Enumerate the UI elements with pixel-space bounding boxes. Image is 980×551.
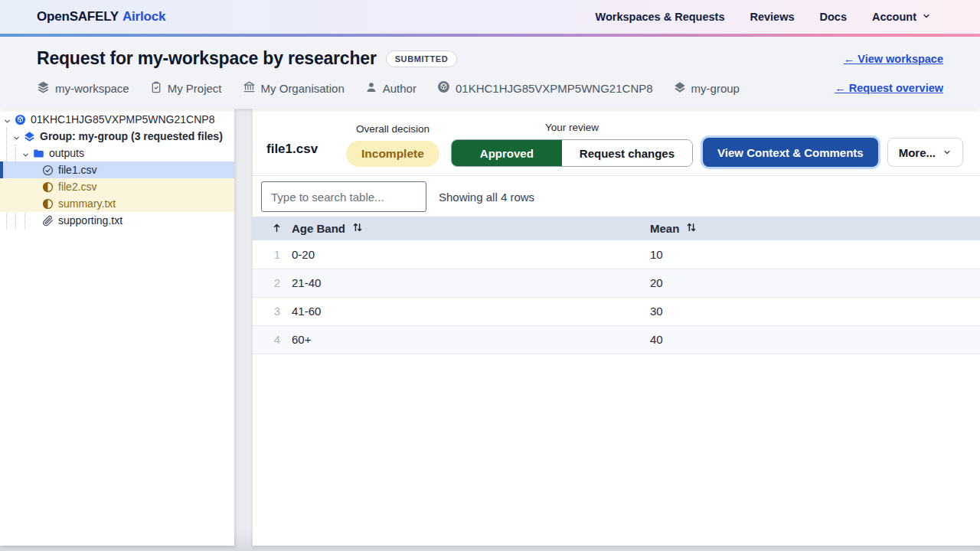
chevron-down-icon[interactable] (3, 116, 11, 124)
age-band-column-header[interactable]: Age Band (292, 217, 650, 240)
page-title: Request for my-workspace by researcher (37, 48, 377, 69)
nav-reviews[interactable]: Reviews (750, 11, 794, 23)
tree-node-label: supporting.txt (58, 214, 122, 227)
tree-file-file2-csv[interactable]: file2.csv (0, 178, 234, 195)
tree-node-outputs-folder[interactable]: outputs (0, 145, 234, 161)
request-changes-button[interactable]: Request changes (562, 140, 692, 166)
meta-organisation: My Organisation (243, 80, 345, 96)
content-area: 01KHC1HJG85VXPMP5WNG21CNP8 Group: my-gro… (0, 109, 980, 546)
table-row: 3 41-60 30 (253, 297, 980, 325)
tree-node-label: 01KHC1HJG85VXPMP5WNG21CNP8 (31, 113, 214, 126)
file-header: file1.csv Overall decision Incomplete Yo… (253, 109, 980, 176)
request-header: Request for my-workspace by researcher S… (0, 37, 980, 109)
age-band-header-label: Age Band (292, 222, 345, 235)
mean-cell: 40 (650, 325, 980, 354)
table-row: 2 21-40 20 (253, 269, 980, 297)
pending-review-icon (42, 198, 54, 210)
your-review-block: Your review Approved Request changes (451, 122, 693, 167)
row-index: 3 (253, 297, 292, 325)
mean-cell: 10 (650, 240, 980, 269)
mean-header-label: Mean (650, 222, 679, 235)
mean-cell: 30 (650, 297, 980, 325)
row-index: 2 (253, 269, 292, 297)
tree-node-label: outputs (49, 147, 84, 159)
approved-check-icon (42, 165, 54, 176)
nav-links: Workspaces & Requests Reviews Docs Accou… (596, 11, 931, 23)
meta-workspace: my-workspace (37, 80, 129, 96)
search-input[interactable] (261, 181, 426, 212)
meta-author: Author (365, 81, 416, 96)
sort-toggle-icon[interactable] (686, 222, 697, 235)
row-index: 1 (253, 240, 292, 269)
mean-column-header[interactable]: Mean (650, 217, 980, 240)
meta-group: my-group (674, 81, 740, 96)
folder-icon (33, 148, 44, 159)
age-band-cell: 21-40 (292, 269, 650, 297)
package-icon (437, 80, 450, 96)
index-column-header[interactable] (253, 217, 292, 240)
meta-group-label: my-group (691, 82, 740, 95)
sort-toggle-icon[interactable] (352, 222, 363, 235)
file-title: file1.csv (266, 142, 318, 157)
more-menu-label: More... (899, 146, 936, 159)
tree-node-request-id[interactable]: 01KHC1HJG85VXPMP5WNG21CNP8 (0, 111, 234, 128)
title-row: Request for my-workspace by researcher S… (37, 48, 943, 69)
top-navbar: OpenSAFELYAirlock Workspaces & Requests … (0, 0, 980, 34)
request-overview-link[interactable]: ← Request overview (835, 82, 943, 94)
file-tree-sidebar: 01KHC1HJG85VXPMP5WNG21CNP8 Group: my-gro… (0, 109, 234, 546)
age-band-cell: 0-20 (292, 240, 650, 269)
logo-airlock: Airlock (122, 9, 165, 24)
meta-request-id: 01KHC1HJG85VXPMP5WNG21CNP8 (437, 80, 653, 96)
nav-account-menu[interactable]: Account (872, 11, 931, 23)
approved-button[interactable]: Approved (452, 140, 562, 166)
view-context-comments-button[interactable]: View Context & Comments (703, 138, 878, 167)
package-icon (15, 114, 26, 126)
table-search-row: Showing all 4 rows (253, 176, 980, 217)
tree-node-label: summary.txt (58, 197, 116, 210)
table-header-row: Age Band Mean (253, 217, 980, 240)
age-band-cell: 41-60 (292, 297, 650, 325)
tree-node-label: Group: my-group (3 requested files) (40, 130, 223, 142)
mean-cell: 20 (650, 269, 980, 297)
view-workspace-link[interactable]: ← View workspace (844, 53, 943, 65)
more-menu-button[interactable]: More... (887, 138, 963, 167)
group-layers-icon (24, 131, 35, 142)
nav-docs[interactable]: Docs (820, 11, 847, 23)
review-segmented-control: Approved Request changes (451, 139, 693, 167)
rows-summary: Showing all 4 rows (439, 191, 534, 204)
chevron-down-icon[interactable] (12, 132, 21, 141)
organisation-icon (243, 80, 256, 96)
table-row: 4 60+ 40 (253, 325, 980, 354)
app-logo[interactable]: OpenSAFELYAirlock (37, 9, 165, 24)
tree-node-label: file1.csv (58, 164, 97, 176)
age-band-cell: 60+ (292, 325, 650, 354)
tree-file-file1-csv[interactable]: file1.csv (0, 161, 234, 178)
status-badge: SUBMITTED (386, 51, 458, 67)
meta-author-label: Author (383, 82, 416, 95)
overall-decision-block: Overall decision Incomplete (346, 123, 439, 167)
tree-node-label: file2.csv (58, 181, 97, 193)
chevron-down-icon[interactable] (21, 149, 30, 158)
file-detail-panel: file1.csv Overall decision Incomplete Yo… (253, 109, 980, 546)
overall-decision-label: Overall decision (346, 123, 439, 135)
logo-opensafely: OpenSAFELY (37, 9, 119, 24)
chevron-down-icon (922, 11, 931, 23)
meta-organisation-label: My Organisation (261, 82, 345, 95)
tree-file-summary-txt[interactable]: summary.txt (0, 195, 234, 212)
data-table: Age Band Mean 1 0-20 10 2 21-40 20 (253, 217, 980, 354)
tree-file-supporting-txt[interactable]: supporting.txt (0, 212, 234, 229)
overall-decision-badge: Incomplete (346, 141, 439, 167)
meta-project-label: My Project (168, 82, 222, 95)
row-index: 4 (253, 325, 292, 354)
tree-node-group[interactable]: Group: my-group (3 requested files) (0, 128, 234, 145)
sort-ascending-icon[interactable] (272, 222, 282, 235)
chevron-down-icon (942, 146, 952, 159)
request-meta-row: my-workspace My Project My Organisation … (37, 80, 943, 96)
meta-request-id-label: 01KHC1HJG85VXPMP5WNG21CNP8 (456, 82, 653, 95)
nav-account-label: Account (872, 11, 916, 23)
meta-project: My Project (150, 81, 222, 96)
your-review-label: Your review (451, 122, 693, 133)
user-icon (365, 81, 377, 96)
layers-icon (37, 80, 50, 96)
nav-workspaces-requests[interactable]: Workspaces & Requests (596, 11, 725, 23)
